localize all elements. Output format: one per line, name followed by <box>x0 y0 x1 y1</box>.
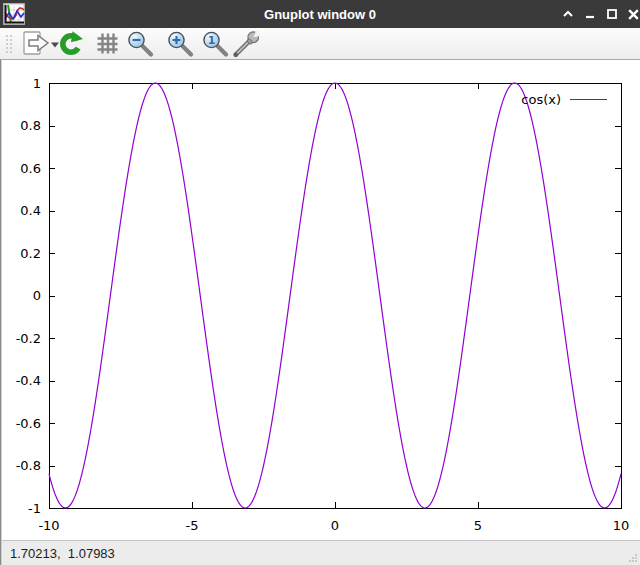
toolbar-drag-handle[interactable] <box>4 33 13 55</box>
zoom-out-button[interactable] <box>124 29 157 58</box>
minimize-icon <box>584 8 596 20</box>
zoom-in-icon <box>166 30 196 58</box>
plot-canvas[interactable]: -10-5051010.80.60.40.20-0.2-0.4-0.6-0.8-… <box>0 60 640 540</box>
y-tick-label: 0.2 <box>20 246 41 261</box>
shade-button[interactable] <box>561 5 574 23</box>
plot-border-and-ticks <box>49 83 622 509</box>
gnuplot-window: Gnuplot window 0 <box>0 0 640 565</box>
plot-area[interactable]: -10-5051010.80.60.40.20-0.2-0.4-0.6-0.8-… <box>0 60 640 540</box>
resize-grip[interactable] <box>628 553 638 563</box>
window-frame-left-inner <box>1 59 2 565</box>
window-controls <box>552 5 640 23</box>
zoom-original-icon: 1 <box>201 30 231 58</box>
grid-icon <box>93 29 122 58</box>
wrench-icon <box>228 29 261 59</box>
maximize-icon <box>606 8 618 20</box>
x-tick-label: -5 <box>186 518 199 533</box>
y-tick-label: -1 <box>28 501 41 516</box>
y-tick-label: -0.2 <box>16 331 41 346</box>
curve-cosx <box>49 83 621 508</box>
svg-text:1: 1 <box>207 34 215 47</box>
x-tick-label: -10 <box>38 518 59 533</box>
x-tick-label: 10 <box>613 518 630 533</box>
zoom-in-button[interactable] <box>164 29 197 58</box>
x-tick-label: 5 <box>474 518 482 533</box>
y-tick-label: 0.4 <box>20 203 41 218</box>
statusbar: 1.70213, 1.07983 <box>0 540 640 565</box>
close-icon <box>627 8 640 21</box>
y-tick-label: -0.6 <box>16 416 41 431</box>
legend-label: cos(x) <box>521 92 561 107</box>
y-tick-label: 0.8 <box>20 118 41 133</box>
grid-button[interactable] <box>91 29 124 58</box>
chevron-up-icon <box>562 8 574 20</box>
refresh-icon <box>57 29 87 59</box>
y-tick-label: -0.8 <box>16 458 41 473</box>
close-button[interactable] <box>627 5 640 23</box>
y-tick-label: -0.4 <box>16 373 41 388</box>
settings-button[interactable] <box>228 29 261 58</box>
legend: cos(x) <box>521 92 607 107</box>
x-tick-label: 0 <box>331 518 339 533</box>
window-title: Gnuplot window 0 <box>0 7 640 22</box>
minimize-button[interactable] <box>583 5 596 23</box>
toolbar: 1 <box>0 28 640 60</box>
replot-button[interactable] <box>55 29 88 58</box>
titlebar[interactable]: Gnuplot window 0 <box>0 0 640 28</box>
y-tick-label: 0 <box>33 288 41 303</box>
y-tick-label: 0.6 <box>20 161 41 176</box>
maximize-button[interactable] <box>605 5 618 23</box>
document-export-icon <box>16 30 60 58</box>
zoom-out-icon <box>126 30 156 58</box>
mouse-coordinates: 1.70213, 1.07983 <box>0 546 115 561</box>
y-tick-label: 1 <box>33 76 41 91</box>
